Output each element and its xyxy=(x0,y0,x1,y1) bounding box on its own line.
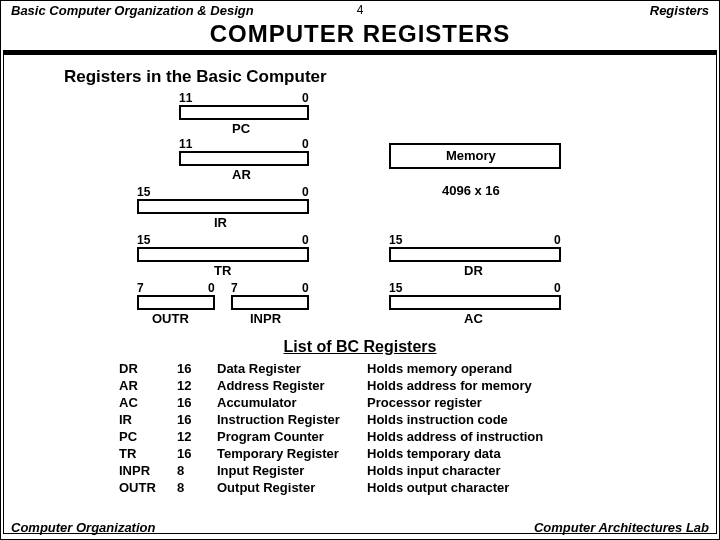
reg-dr-hi: 15 xyxy=(389,233,402,247)
list-cell-name: Temporary Register xyxy=(217,446,367,461)
list-cell-sym: TR xyxy=(119,446,177,461)
reg-ir-lo: 0 xyxy=(302,185,309,199)
reg-ir xyxy=(137,199,309,214)
list-cell-sym: AC xyxy=(119,395,177,410)
reg-ar-lo: 0 xyxy=(302,137,309,151)
header-right: Registers xyxy=(650,3,709,18)
list-cell-sym: AR xyxy=(119,378,177,393)
register-list: DR16Data RegisterHolds memory operandAR1… xyxy=(119,361,587,495)
memory-size: 4096 x 16 xyxy=(442,183,500,198)
reg-inpr-hi: 7 xyxy=(231,281,238,295)
list-cell-sym: PC xyxy=(119,429,177,444)
reg-outr-lo: 0 xyxy=(208,281,215,295)
content-frame: Registers in the Basic Computer 11 0 PC … xyxy=(3,54,717,534)
reg-tr xyxy=(137,247,309,262)
list-cell-sym: DR xyxy=(119,361,177,376)
reg-ar-hi: 11 xyxy=(179,137,192,151)
reg-outr-name: OUTR xyxy=(152,311,189,326)
list-cell-desc: Holds address of instruction xyxy=(367,429,587,444)
list-cell-sym: IR xyxy=(119,412,177,427)
reg-tr-hi: 15 xyxy=(137,233,150,247)
reg-dr-lo: 0 xyxy=(554,233,561,247)
list-cell-desc: Holds temporary data xyxy=(367,446,587,461)
list-cell-desc: Holds input character xyxy=(367,463,587,478)
list-cell-bits: 16 xyxy=(177,361,217,376)
list-cell-bits: 16 xyxy=(177,446,217,461)
page-title: COMPUTER REGISTERS xyxy=(1,20,719,48)
list-cell-sym: OUTR xyxy=(119,480,177,495)
reg-ac-hi: 15 xyxy=(389,281,402,295)
list-title: List of BC Registers xyxy=(4,338,716,356)
header-left: Basic Computer Organization & Design xyxy=(11,3,254,18)
list-cell-bits: 16 xyxy=(177,395,217,410)
footer: Computer Organization Computer Architect… xyxy=(11,520,709,535)
reg-tr-name: TR xyxy=(214,263,231,278)
reg-ir-hi: 15 xyxy=(137,185,150,199)
reg-pc-lo: 0 xyxy=(302,91,309,105)
reg-ac-name: AC xyxy=(464,311,483,326)
list-cell-bits: 8 xyxy=(177,480,217,495)
list-cell-bits: 16 xyxy=(177,412,217,427)
list-cell-desc: Holds address for memory xyxy=(367,378,587,393)
reg-inpr-lo: 0 xyxy=(302,281,309,295)
list-cell-bits: 8 xyxy=(177,463,217,478)
section-heading: Registers in the Basic Computer xyxy=(64,67,327,87)
reg-tr-lo: 0 xyxy=(302,233,309,247)
footer-right: Computer Architectures Lab xyxy=(534,520,709,535)
list-cell-desc: Holds instruction code xyxy=(367,412,587,427)
reg-outr-hi: 7 xyxy=(137,281,144,295)
list-cell-name: Program Counter xyxy=(217,429,367,444)
reg-pc-name: PC xyxy=(232,121,250,136)
reg-ac-lo: 0 xyxy=(554,281,561,295)
list-cell-name: Address Register xyxy=(217,378,367,393)
list-cell-sym: INPR xyxy=(119,463,177,478)
reg-ac xyxy=(389,295,561,310)
memory-label: Memory xyxy=(446,148,496,163)
footer-left: Computer Organization xyxy=(11,520,155,535)
reg-dr xyxy=(389,247,561,262)
list-cell-name: Input Register xyxy=(217,463,367,478)
list-cell-name: Instruction Register xyxy=(217,412,367,427)
list-cell-bits: 12 xyxy=(177,378,217,393)
list-cell-name: Output Register xyxy=(217,480,367,495)
reg-inpr xyxy=(231,295,309,310)
reg-outr xyxy=(137,295,215,310)
reg-ir-name: IR xyxy=(214,215,227,230)
reg-pc-hi: 11 xyxy=(179,91,192,105)
list-cell-name: Accumulator xyxy=(217,395,367,410)
list-cell-desc: Holds output character xyxy=(367,480,587,495)
page-number: 4 xyxy=(357,3,364,17)
list-cell-desc: Processor register xyxy=(367,395,587,410)
reg-ar xyxy=(179,151,309,166)
reg-inpr-name: INPR xyxy=(250,311,281,326)
header: Basic Computer Organization & Design 4 R… xyxy=(1,1,719,18)
reg-ar-name: AR xyxy=(232,167,251,182)
list-cell-desc: Holds memory operand xyxy=(367,361,587,376)
list-cell-bits: 12 xyxy=(177,429,217,444)
reg-pc xyxy=(179,105,309,120)
list-cell-name: Data Register xyxy=(217,361,367,376)
reg-dr-name: DR xyxy=(464,263,483,278)
